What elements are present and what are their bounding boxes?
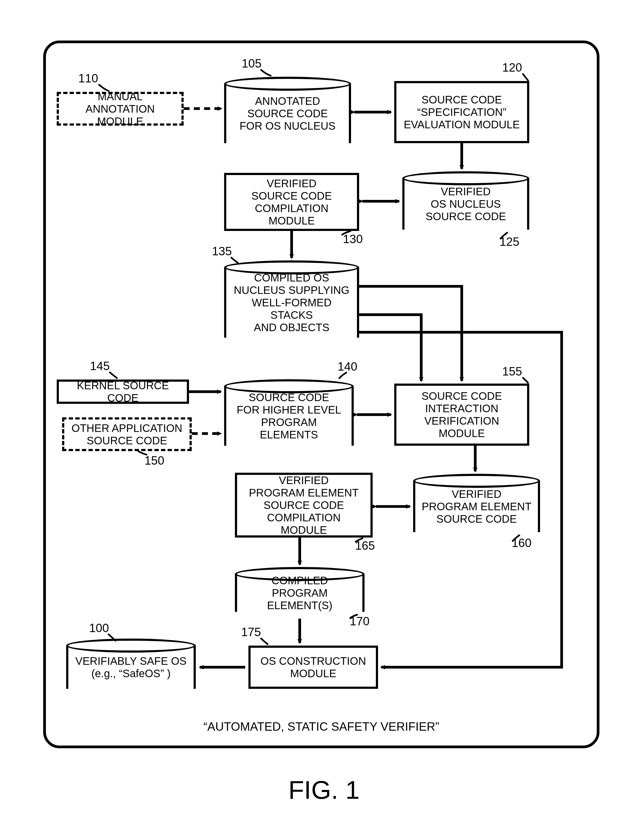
diagram-title: “AUTOMATED, STATIC SAFETY VERIFIER” [173, 720, 470, 734]
node-label: VERIFIEDPROGRAM ELEMENTSOURCE CODE [422, 488, 532, 525]
node-150-other-app-source: OTHER APPLICATIONSOURCE CODE [62, 417, 192, 451]
node-120-spec-eval: SOURCE CODE“SPECIFICATION”EVALUATION MOD… [394, 81, 529, 143]
node-label: VERIFIABLY SAFE OS(e.g., “SafeOS” ) [76, 655, 187, 679]
node-135-compiled-nucleus: COMPILED OSNUCLEUS SUPPLYINGWELL-FORMED … [224, 267, 359, 338]
node-label: OS CONSTRUCTIONMODULE [260, 655, 366, 679]
ref-135: 135 [212, 245, 232, 258]
ref-145: 145 [90, 359, 110, 373]
node-label: SOURCE CODEINTERACTIONVERIFICATION MODUL… [402, 390, 522, 439]
ref-120: 120 [502, 61, 522, 74]
node-110-manual-annotation: MANUALANNOTATION MODULE [57, 92, 184, 126]
ref-165: 165 [355, 539, 375, 553]
node-170-compiled-program: COMPILED PROGRAMELEMENT(S) [235, 574, 365, 612]
node-label: SOURCE CODE“SPECIFICATION”EVALUATION MOD… [404, 94, 520, 131]
node-label: COMPILED OSNUCLEUS SUPPLYINGWELL-FORMED … [232, 271, 352, 334]
ref-175: 175 [241, 625, 261, 639]
node-label: OTHER APPLICATIONSOURCE CODE [72, 422, 182, 447]
node-105-annotated-source: ANNOTATEDSOURCE CODEFOR OS NUCLEUS [224, 84, 351, 143]
node-label: SOURCE CODEFOR HIGHER LEVELPROGRAM ELEME… [232, 391, 346, 441]
node-165-program-compile: VERIFIEDPROGRAM ELEMENTSOURCE CODECOMPIL… [235, 473, 373, 538]
ref-110: 110 [78, 72, 98, 85]
node-label: ANNOTATEDSOURCE CODEFOR OS NUCLEUS [240, 95, 336, 132]
node-140-higher-level-source: SOURCE CODEFOR HIGHER LEVELPROGRAM ELEME… [224, 386, 354, 446]
node-145-kernel-source: KERNEL SOURCE CODE [57, 380, 189, 404]
ref-105: 105 [242, 57, 261, 70]
ref-125: 125 [499, 235, 519, 248]
node-label: KERNEL SOURCE CODE [64, 379, 181, 404]
node-label: MANUALANNOTATION MODULE [64, 90, 176, 127]
ref-150: 150 [145, 454, 164, 467]
node-175-os-construction: OS CONSTRUCTIONMODULE [248, 646, 378, 689]
node-100-safe-os: VERIFIABLY SAFE OS(e.g., “SafeOS” ) [66, 646, 196, 689]
ref-160: 160 [512, 536, 531, 550]
ref-170: 170 [350, 615, 370, 628]
node-label: VERIFIEDSOURCE CODECOMPILATION MODULE [232, 177, 352, 227]
ref-140: 140 [338, 360, 357, 373]
node-label: COMPILED PROGRAMELEMENT(S) [243, 574, 357, 612]
ref-155: 155 [502, 365, 522, 378]
node-label: VERIFIEDOS NUCLEUSSOURCE CODE [426, 185, 506, 222]
node-label: VERIFIEDPROGRAM ELEMENTSOURCE CODECOMPIL… [243, 474, 365, 536]
ref-130: 130 [343, 232, 363, 246]
ref-100: 100 [89, 621, 109, 635]
node-160-verified-program-source: VERIFIEDPROGRAM ELEMENTSOURCE CODE [413, 481, 540, 532]
node-125-verified-nucleus: VERIFIEDOS NUCLEUSSOURCE CODE [402, 178, 529, 230]
page: MANUALANNOTATION MODULE ANNOTATEDSOURCE … [0, 0, 644, 839]
node-130-verified-compile: VERIFIEDSOURCE CODECOMPILATION MODULE [224, 173, 359, 231]
node-155-interaction-verify: SOURCE CODEINTERACTIONVERIFICATION MODUL… [394, 383, 529, 446]
figure-label: FIG. 1 [267, 775, 381, 805]
